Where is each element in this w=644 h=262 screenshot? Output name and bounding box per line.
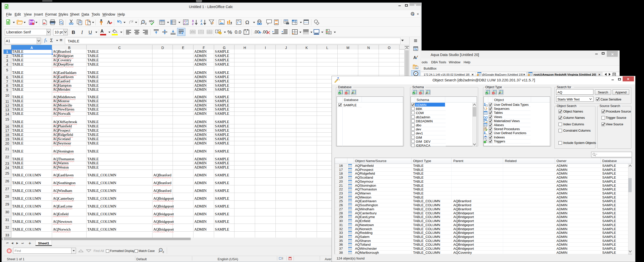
svg-text:Z: Z — [186, 20, 188, 22]
svg-text:A: A — [107, 20, 110, 25]
svg-text:d: d — [145, 22, 146, 25]
svg-text:≠: ≠ — [329, 32, 331, 34]
svg-text:Z: Z — [192, 22, 194, 25]
svg-text:7: 7 — [245, 31, 247, 34]
svg-text:a: a — [143, 20, 144, 23]
svg-text:a: a — [160, 249, 162, 251]
svg-text:A: A — [413, 56, 416, 60]
svg-text:d: d — [163, 251, 164, 253]
svg-text:A: A — [192, 19, 194, 22]
svg-text:A: A — [186, 22, 188, 25]
svg-text:A: A — [184, 20, 185, 22]
svg-text:Z: Z — [184, 22, 185, 25]
svg-text:Z: Z — [200, 19, 202, 22]
svg-text:A: A — [200, 22, 203, 25]
